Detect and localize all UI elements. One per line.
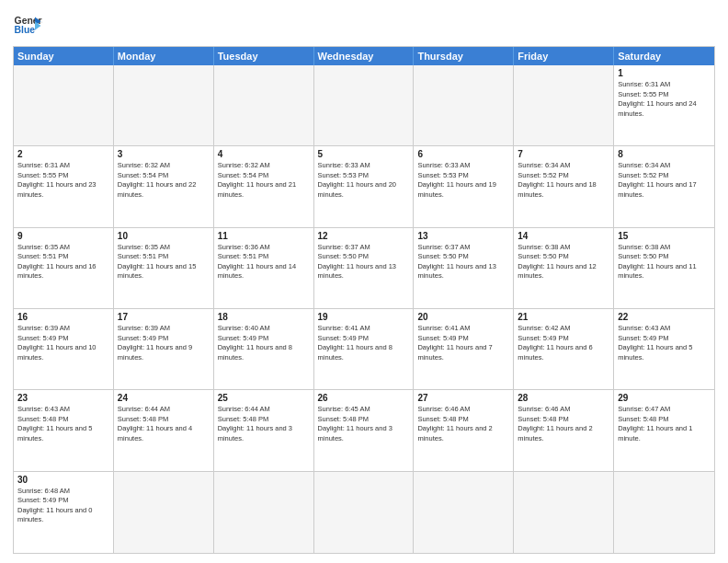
cell-info: Sunrise: 6:39 AMSunset: 5:49 PMDaylight:… bbox=[118, 324, 210, 362]
day-cell-14: 14Sunrise: 6:38 AMSunset: 5:50 PMDayligh… bbox=[514, 228, 614, 309]
cell-info: Sunrise: 6:38 AMSunset: 5:50 PMDaylight:… bbox=[518, 243, 609, 282]
cell-info: Sunrise: 6:44 AMSunset: 5:48 PMDaylight:… bbox=[118, 405, 210, 443]
day-cell-25: 25Sunrise: 6:44 AMSunset: 5:48 PMDayligh… bbox=[214, 390, 314, 471]
day-number: 13 bbox=[417, 231, 509, 241]
day-number: 10 bbox=[118, 231, 210, 241]
cell-info: Sunrise: 6:43 AMSunset: 5:49 PMDaylight:… bbox=[618, 324, 711, 362]
day-cell-28: 28Sunrise: 6:46 AMSunset: 5:48 PMDayligh… bbox=[514, 390, 614, 471]
empty-cell bbox=[314, 65, 415, 146]
cell-info: Sunrise: 6:32 AMSunset: 5:54 PMDaylight:… bbox=[118, 161, 210, 200]
day-number: 19 bbox=[318, 312, 410, 322]
calendar-grid: 1Sunrise: 6:31 AMSunset: 5:55 PMDaylight… bbox=[14, 65, 714, 553]
day-cell-6: 6Sunrise: 6:33 AMSunset: 5:53 PMDaylight… bbox=[414, 146, 514, 227]
day-number: 6 bbox=[417, 149, 509, 159]
day-number: 17 bbox=[118, 312, 210, 322]
cell-info: Sunrise: 6:40 AMSunset: 5:49 PMDaylight:… bbox=[218, 324, 310, 362]
cell-info: Sunrise: 6:31 AMSunset: 5:55 PMDaylight:… bbox=[618, 80, 711, 119]
day-cell-4: 4Sunrise: 6:32 AMSunset: 5:54 PMDaylight… bbox=[214, 146, 314, 227]
day-number: 9 bbox=[17, 231, 109, 241]
cell-info: Sunrise: 6:45 AMSunset: 5:48 PMDaylight:… bbox=[318, 405, 410, 443]
day-header-friday: Friday bbox=[514, 47, 614, 65]
day-number: 24 bbox=[118, 393, 210, 403]
day-cell-2: 2Sunrise: 6:31 AMSunset: 5:55 PMDaylight… bbox=[14, 146, 114, 227]
cell-info: Sunrise: 6:35 AMSunset: 5:51 PMDaylight:… bbox=[17, 243, 109, 282]
svg-text:Blue: Blue bbox=[15, 25, 36, 35]
day-cell-15: 15Sunrise: 6:38 AMSunset: 5:50 PMDayligh… bbox=[614, 228, 714, 309]
empty-cell bbox=[514, 65, 614, 146]
logo-icon: General Blue bbox=[13, 11, 42, 40]
cell-info: Sunrise: 6:37 AMSunset: 5:50 PMDaylight:… bbox=[417, 243, 509, 282]
day-cell-3: 3Sunrise: 6:32 AMSunset: 5:54 PMDaylight… bbox=[114, 146, 214, 227]
day-number: 22 bbox=[618, 312, 711, 322]
day-number: 26 bbox=[318, 393, 410, 403]
empty-cell bbox=[114, 472, 214, 553]
day-header-monday: Monday bbox=[114, 47, 214, 65]
cell-info: Sunrise: 6:41 AMSunset: 5:49 PMDaylight:… bbox=[417, 324, 509, 362]
day-headers: SundayMondayTuesdayWednesdayThursdayFrid… bbox=[14, 47, 714, 65]
cell-info: Sunrise: 6:36 AMSunset: 5:51 PMDaylight:… bbox=[218, 243, 310, 282]
day-number: 25 bbox=[218, 393, 310, 403]
day-number: 1 bbox=[618, 68, 711, 78]
day-cell-7: 7Sunrise: 6:34 AMSunset: 5:52 PMDaylight… bbox=[514, 146, 614, 227]
cell-info: Sunrise: 6:33 AMSunset: 5:53 PMDaylight:… bbox=[318, 161, 410, 200]
day-cell-13: 13Sunrise: 6:37 AMSunset: 5:50 PMDayligh… bbox=[414, 228, 514, 309]
cell-info: Sunrise: 6:31 AMSunset: 5:55 PMDaylight:… bbox=[17, 161, 109, 200]
day-number: 7 bbox=[518, 149, 609, 159]
empty-cell bbox=[514, 472, 614, 553]
day-number: 12 bbox=[318, 231, 410, 241]
day-cell-24: 24Sunrise: 6:44 AMSunset: 5:48 PMDayligh… bbox=[114, 390, 214, 471]
day-header-sunday: Sunday bbox=[14, 47, 114, 65]
day-number: 20 bbox=[417, 312, 509, 322]
cell-info: Sunrise: 6:37 AMSunset: 5:50 PMDaylight:… bbox=[318, 243, 410, 282]
cell-info: Sunrise: 6:33 AMSunset: 5:53 PMDaylight:… bbox=[417, 161, 509, 200]
header-area: General Blue bbox=[13, 11, 715, 40]
day-number: 28 bbox=[518, 393, 609, 403]
logo: General Blue bbox=[13, 11, 42, 40]
cell-info: Sunrise: 6:46 AMSunset: 5:48 PMDaylight:… bbox=[417, 405, 509, 443]
empty-cell bbox=[214, 65, 314, 146]
day-cell-26: 26Sunrise: 6:45 AMSunset: 5:48 PMDayligh… bbox=[314, 390, 415, 471]
cell-info: Sunrise: 6:35 AMSunset: 5:51 PMDaylight:… bbox=[118, 243, 210, 282]
day-number: 2 bbox=[17, 149, 109, 159]
day-number: 3 bbox=[118, 149, 210, 159]
day-cell-20: 20Sunrise: 6:41 AMSunset: 5:49 PMDayligh… bbox=[414, 309, 514, 390]
day-number: 18 bbox=[218, 312, 310, 322]
day-number: 8 bbox=[618, 149, 711, 159]
cell-info: Sunrise: 6:43 AMSunset: 5:48 PMDaylight:… bbox=[17, 405, 109, 443]
calendar: SundayMondayTuesdayWednesdayThursdayFrid… bbox=[13, 46, 715, 554]
empty-cell bbox=[414, 65, 514, 146]
cell-info: Sunrise: 6:46 AMSunset: 5:48 PMDaylight:… bbox=[518, 405, 609, 443]
day-number: 5 bbox=[318, 149, 410, 159]
empty-cell bbox=[314, 472, 415, 553]
day-number: 16 bbox=[17, 312, 109, 322]
day-cell-19: 19Sunrise: 6:41 AMSunset: 5:49 PMDayligh… bbox=[314, 309, 415, 390]
cell-info: Sunrise: 6:42 AMSunset: 5:49 PMDaylight:… bbox=[518, 324, 609, 362]
day-number: 30 bbox=[17, 475, 109, 485]
day-number: 4 bbox=[218, 149, 310, 159]
day-number: 21 bbox=[518, 312, 609, 322]
empty-cell bbox=[414, 472, 514, 553]
day-header-tuesday: Tuesday bbox=[214, 47, 314, 65]
day-number: 11 bbox=[218, 231, 310, 241]
cell-info: Sunrise: 6:38 AMSunset: 5:50 PMDaylight:… bbox=[618, 243, 711, 282]
day-number: 29 bbox=[618, 393, 711, 403]
cell-info: Sunrise: 6:47 AMSunset: 5:48 PMDaylight:… bbox=[618, 405, 711, 443]
day-cell-1: 1Sunrise: 6:31 AMSunset: 5:55 PMDaylight… bbox=[614, 65, 714, 146]
cell-info: Sunrise: 6:39 AMSunset: 5:49 PMDaylight:… bbox=[17, 324, 109, 362]
empty-cell bbox=[214, 472, 314, 553]
cell-info: Sunrise: 6:32 AMSunset: 5:54 PMDaylight:… bbox=[218, 161, 310, 200]
day-header-wednesday: Wednesday bbox=[314, 47, 415, 65]
day-cell-29: 29Sunrise: 6:47 AMSunset: 5:48 PMDayligh… bbox=[614, 390, 714, 471]
empty-cell bbox=[614, 472, 714, 553]
day-cell-27: 27Sunrise: 6:46 AMSunset: 5:48 PMDayligh… bbox=[414, 390, 514, 471]
day-cell-5: 5Sunrise: 6:33 AMSunset: 5:53 PMDaylight… bbox=[314, 146, 415, 227]
day-cell-21: 21Sunrise: 6:42 AMSunset: 5:49 PMDayligh… bbox=[514, 309, 614, 390]
cell-info: Sunrise: 6:34 AMSunset: 5:52 PMDaylight:… bbox=[618, 161, 711, 200]
day-cell-9: 9Sunrise: 6:35 AMSunset: 5:51 PMDaylight… bbox=[14, 228, 114, 309]
cell-info: Sunrise: 6:48 AMSunset: 5:49 PMDaylight:… bbox=[17, 487, 109, 525]
cell-info: Sunrise: 6:44 AMSunset: 5:48 PMDaylight:… bbox=[218, 405, 310, 443]
empty-cell bbox=[14, 65, 114, 146]
day-cell-16: 16Sunrise: 6:39 AMSunset: 5:49 PMDayligh… bbox=[14, 309, 114, 390]
day-cell-10: 10Sunrise: 6:35 AMSunset: 5:51 PMDayligh… bbox=[114, 228, 214, 309]
day-cell-11: 11Sunrise: 6:36 AMSunset: 5:51 PMDayligh… bbox=[214, 228, 314, 309]
